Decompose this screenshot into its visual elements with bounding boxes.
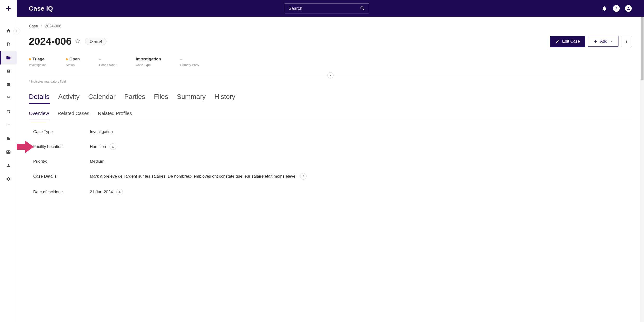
chevron-right-icon — [16, 29, 18, 32]
status-party-value: – — [180, 57, 182, 62]
tab-details[interactable]: Details — [29, 93, 50, 104]
add-label: Add — [600, 39, 608, 44]
status-open: Open Status — [66, 57, 80, 67]
svg-point-2 — [626, 41, 627, 42]
nav-document[interactable] — [0, 37, 16, 51]
tab-activity[interactable]: Activity — [58, 93, 80, 104]
status-open-value: Open — [69, 57, 80, 62]
status-party-label: Primary Party — [180, 63, 200, 67]
bell-icon — [601, 5, 607, 11]
status-owner-label: Case Owner — [99, 63, 116, 67]
create-button[interactable] — [4, 3, 13, 13]
breadcrumb-separator: / — [41, 24, 42, 28]
sidebar-nav — [0, 17, 16, 186]
status-case-type-label: Case Type — [136, 63, 161, 67]
document-icon — [6, 42, 10, 46]
expand-toggle-button[interactable] — [327, 72, 334, 78]
account-icon — [626, 6, 630, 10]
search-input[interactable] — [288, 6, 360, 11]
tab-calendar[interactable]: Calendar — [88, 93, 116, 104]
detail-row-case-type: Case Type: Investigation — [33, 129, 632, 134]
notifications-button[interactable] — [601, 5, 608, 12]
detail-value-text: Mark a prélevé de l'argent sur les salai… — [90, 174, 296, 179]
nav-settings[interactable] — [0, 172, 16, 186]
person-chip[interactable] — [116, 189, 123, 195]
contact-icon — [6, 69, 10, 73]
person-chip[interactable] — [300, 173, 306, 180]
calendar-icon — [6, 96, 10, 100]
sub-tab-overview[interactable]: Overview — [29, 111, 49, 120]
detail-row-incident-date: Date of incident: 21-Jun-2024 — [33, 189, 632, 195]
svg-point-1 — [626, 40, 627, 40]
detail-value: Hamilton — [90, 143, 116, 150]
mail-icon — [6, 150, 11, 154]
person-chip[interactable] — [110, 143, 116, 150]
add-button[interactable]: Add — [588, 36, 618, 47]
status-dot-icon — [29, 58, 31, 60]
tab-summary[interactable]: Summary — [177, 93, 206, 104]
nav-list[interactable] — [0, 118, 16, 132]
search-box[interactable] — [285, 3, 369, 13]
tabs: Details Activity Calendar Parties Files … — [29, 93, 632, 104]
detail-value: Mark a prélevé de l'argent sur les salai… — [90, 173, 306, 180]
star-icon — [76, 38, 80, 43]
status-row: Triage Investigation Open Status – Case … — [29, 57, 632, 67]
nav-mail[interactable] — [0, 145, 16, 159]
breadcrumb: Case / 2024-006 — [29, 24, 632, 28]
account-button[interactable] — [625, 5, 632, 12]
case-title: 2024-006 — [29, 36, 72, 47]
nav-note[interactable] — [0, 105, 16, 118]
favorite-button[interactable] — [76, 38, 80, 44]
detail-label: Facility Location: — [33, 144, 90, 149]
scrollbar-thumb[interactable] — [641, 17, 644, 80]
status-dot-icon — [66, 58, 68, 60]
help-icon: ? — [614, 6, 618, 10]
caret-down-icon — [610, 40, 613, 43]
plus-icon — [594, 39, 598, 43]
user-icon — [111, 145, 114, 148]
mandatory-note: * Indicates mandatory field — [29, 80, 632, 83]
nav-calendar[interactable] — [0, 91, 16, 105]
status-open-label: Status — [66, 63, 80, 67]
more-actions-button[interactable] — [621, 36, 632, 47]
edit-case-button[interactable]: Edit Case — [550, 36, 585, 47]
nav-check[interactable] — [0, 78, 16, 91]
detail-value-text: Hamilton — [90, 144, 106, 149]
plus-icon — [4, 4, 12, 12]
nav-contact[interactable] — [0, 64, 16, 78]
scrollbar-track[interactable] — [640, 17, 644, 322]
tab-history[interactable]: History — [214, 93, 235, 104]
status-owner-value: – — [99, 57, 101, 62]
nav-user[interactable] — [0, 159, 16, 172]
detail-label: Date of incident: — [33, 190, 90, 194]
home-icon — [6, 28, 11, 33]
help-button[interactable]: ? — [613, 5, 620, 12]
sidebar-expand-button[interactable] — [14, 28, 20, 34]
sub-tabs: Overview Related Cases Related Profiles — [29, 111, 632, 120]
file-icon — [6, 136, 10, 141]
user-icon — [302, 175, 305, 178]
edit-icon — [555, 39, 560, 43]
nav-file[interactable] — [0, 132, 16, 145]
list-icon — [6, 123, 10, 127]
search-icon — [360, 6, 365, 11]
sub-tab-related-profiles[interactable]: Related Profiles — [98, 111, 132, 120]
svg-text:?: ? — [616, 7, 617, 10]
tab-files[interactable]: Files — [154, 93, 168, 104]
nav-folder[interactable] — [0, 51, 16, 64]
header: Case IQ ? — [17, 0, 644, 17]
external-badge: External — [85, 38, 106, 45]
brand-logo: Case IQ — [29, 5, 53, 12]
sub-tab-related-cases[interactable]: Related Cases — [58, 111, 89, 120]
detail-row-priority: Priority: Medium — [33, 159, 632, 164]
chevron-down-icon — [329, 74, 332, 77]
breadcrumb-root[interactable]: Case — [29, 24, 38, 28]
status-triage: Triage Investigation — [29, 57, 46, 67]
tab-parties[interactable]: Parties — [124, 93, 145, 104]
status-triage-label: Investigation — [29, 63, 46, 67]
user-icon — [6, 163, 10, 168]
note-icon — [6, 109, 10, 114]
detail-label: Case Type: — [33, 129, 90, 134]
checkbox-icon — [6, 82, 10, 87]
detail-label: Case Details: — [33, 174, 90, 179]
